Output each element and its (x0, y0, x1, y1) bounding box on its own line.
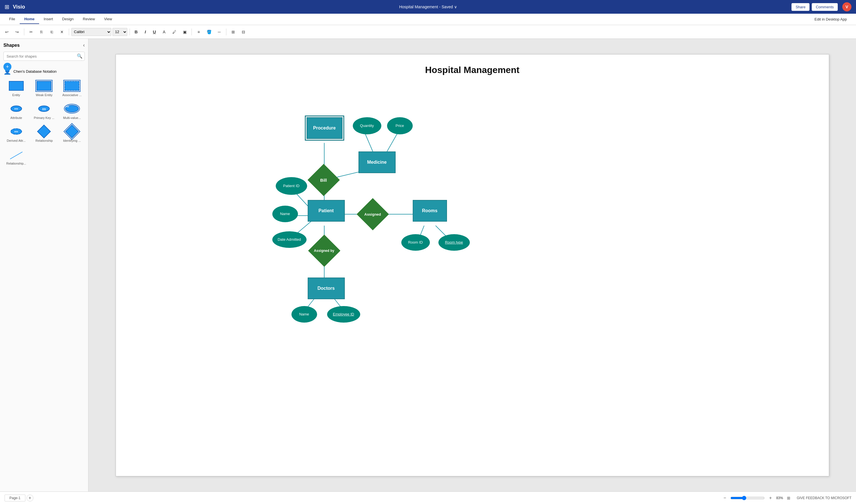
redo-button[interactable]: ↪ (13, 28, 22, 36)
patient-id-node[interactable]: Patient ID (276, 177, 307, 195)
bold-button[interactable]: B (132, 28, 140, 36)
tab-design[interactable]: Design (58, 15, 78, 24)
rooms-node[interactable]: Rooms (413, 200, 447, 222)
undo-button[interactable]: ↩ (2, 28, 12, 36)
search-wrap: 🔍 (3, 52, 85, 64)
tab-view[interactable]: View (100, 15, 117, 24)
zoom-in-button[interactable]: + (767, 494, 774, 501)
room-type-node[interactable]: Room type (438, 234, 470, 251)
toolbar: ↩ ↪ ✂ ⎘ ⎗ ✕ Calibri 12 B I U A 🖊 ▣ ≡ 🪣 ─… (0, 25, 856, 39)
name-patient-node[interactable]: Name (272, 206, 298, 222)
associative-icon (63, 79, 81, 92)
tab-home[interactable]: Home (20, 15, 39, 24)
app-name: Visio (13, 4, 25, 10)
canvas-area[interactable]: Hospital Management (88, 39, 856, 491)
add-page-button[interactable]: + (27, 494, 33, 501)
arrange-button[interactable]: ⊞ (229, 28, 238, 36)
font-selector[interactable]: Calibri (71, 28, 111, 36)
patient-node[interactable]: Patient (308, 200, 345, 222)
copy-button[interactable]: ⎘ (37, 28, 46, 36)
line-button[interactable]: ─ (215, 28, 224, 36)
name-patient-label: Name (280, 212, 290, 216)
medicine-label: Medicine (367, 160, 386, 165)
feedback-link[interactable]: GIVE FEEDBACK TO MICROSOFT (797, 496, 852, 500)
shape-entity[interactable]: Entity (3, 78, 29, 98)
patient-label: Patient (318, 208, 334, 213)
cut-button[interactable]: ✂ (27, 28, 36, 36)
underline-button[interactable]: U (151, 28, 158, 36)
zoom-out-button[interactable]: − (721, 494, 728, 501)
page-tab[interactable]: Page-1 (4, 494, 25, 501)
entity-rect (9, 81, 24, 91)
shape-identifying[interactable]: Identifying ... (59, 124, 85, 144)
weak-entity-label: Weak Entity (36, 93, 53, 97)
associative-label: Associative ... (62, 93, 82, 97)
shape-associative[interactable]: Associative ... (59, 78, 85, 98)
entity-icon (8, 79, 25, 92)
avatar[interactable]: V (842, 2, 852, 12)
employee-id-node[interactable]: Employee ID (327, 306, 360, 323)
group-button[interactable]: ⊟ (239, 28, 248, 36)
add-icon[interactable]: + (3, 63, 12, 71)
sidebar-header: Shapes ‹ (3, 42, 85, 48)
room-type-label: Room type (445, 240, 463, 245)
primary-key-icon: Attr (35, 103, 53, 115)
search-input[interactable] (3, 52, 85, 61)
zoom-slider[interactable] (730, 496, 765, 500)
assigned-by-node[interactable]: Assigned by (313, 239, 336, 262)
sidebar-title: Shapes (3, 43, 83, 48)
bill-node[interactable]: Bill (312, 168, 335, 192)
apps-icon[interactable]: ⊞ (4, 3, 10, 10)
share-button[interactable]: Share (791, 3, 809, 11)
text-box-button[interactable]: ▣ (180, 28, 189, 36)
attribute-icon: Attr (8, 103, 25, 115)
attribute-ellipse: Attr (11, 106, 22, 112)
shape-relationship-line[interactable]: Relationship... (3, 146, 29, 167)
shape-derived-attr[interactable]: Attr Derived Attr... (3, 124, 29, 144)
tab-review[interactable]: Review (78, 15, 100, 24)
shape-attribute[interactable]: Attr Attribute (3, 101, 29, 121)
clear-button[interactable]: ✕ (57, 28, 67, 36)
employee-id-label: Employee ID (333, 312, 354, 316)
doctors-node[interactable]: Doctors (308, 277, 345, 299)
room-id-node[interactable]: Room ID (401, 234, 430, 251)
multi-value-label: Multi-value... (63, 116, 81, 120)
tab-file[interactable]: File (4, 15, 20, 24)
shape-relationship[interactable]: Relationship (31, 124, 57, 144)
tab-desktop[interactable]: Edit in Desktop App (810, 15, 852, 23)
align-button[interactable]: ≡ (194, 28, 203, 36)
relationship-label: Relationship (35, 139, 53, 142)
font-color-button[interactable]: A (160, 28, 169, 36)
fit-button[interactable]: ⊞ (785, 494, 792, 501)
comments-button[interactable]: Comments (812, 3, 838, 11)
date-admitted-node[interactable]: Date Admitted (272, 231, 307, 248)
shape-weak-entity[interactable]: Weak Entity (31, 78, 57, 98)
medicine-node[interactable]: Medicine (359, 151, 396, 173)
assigned-node[interactable]: Assigned (361, 203, 384, 226)
connector-lines (116, 54, 829, 476)
font-size-selector[interactable]: 12 (112, 28, 127, 36)
doctors-label: Doctors (317, 286, 334, 291)
quantity-node[interactable]: Quantity (353, 117, 381, 134)
name-doctor-node[interactable]: Name (292, 306, 317, 323)
relationship-diamond (37, 125, 51, 138)
fill-button[interactable]: 🪣 (204, 28, 213, 36)
collapse-button[interactable]: ‹ (83, 42, 85, 48)
procedure-node[interactable]: Procedure (307, 117, 343, 139)
stencil-selector[interactable]: 👤 Chen's Database Notation (3, 68, 85, 75)
italic-button[interactable]: I (141, 28, 149, 36)
paste-button[interactable]: ⎗ (47, 28, 56, 36)
statusbar: Page-1 + − + 83% ⊞ GIVE FEEDBACK TO MICR… (0, 491, 856, 504)
add-stencil-button[interactable]: + (3, 63, 12, 71)
identifying-diamond (65, 125, 79, 138)
separator-3 (129, 29, 130, 35)
shapes-grid: Entity Weak Entity Associative ... Attr (3, 78, 85, 167)
tab-insert[interactable]: Insert (39, 15, 58, 24)
shape-primary-key[interactable]: Attr Primary Key ... (31, 101, 57, 121)
text-highlight-button[interactable]: 🖊 (170, 28, 179, 36)
name-doctor-label: Name (299, 312, 309, 316)
relationship-line-label: Relationship... (6, 162, 26, 165)
shape-multi-value[interactable]: Attr Multi-value... (59, 101, 85, 121)
quantity-label: Quantity (360, 124, 373, 128)
price-node[interactable]: Price (387, 117, 413, 134)
